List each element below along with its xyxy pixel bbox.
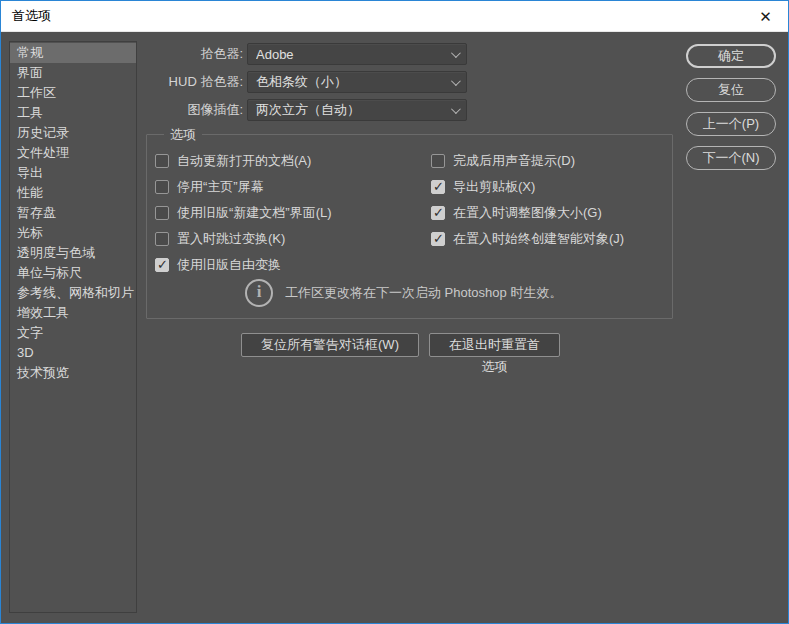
checkbox-auto-update-docs[interactable]: 自动更新打开的文档(A) (155, 152, 311, 170)
sidebar-item-type[interactable]: 文字 (10, 323, 136, 343)
sidebar-item-3d[interactable]: 3D (10, 343, 136, 363)
hud-color-picker-select[interactable]: 色相条纹（小） (247, 71, 467, 93)
chevron-down-icon (451, 104, 461, 114)
sidebar-item-units-rulers[interactable]: 单位与标尺 (10, 263, 136, 283)
image-interpolation-select[interactable]: 两次立方（自动） (247, 99, 467, 121)
sidebar-item-guides-grid-slices[interactable]: 参考线、网格和切片 (10, 283, 136, 303)
sidebar-item-transparency-gamut[interactable]: 透明度与色域 (10, 243, 136, 263)
color-picker-select[interactable]: Adobe (247, 43, 467, 65)
checkbox-icon[interactable] (431, 154, 445, 168)
sidebar-item-history[interactable]: 历史记录 (10, 123, 136, 143)
ok-button[interactable]: 确定 (686, 44, 776, 68)
close-icon[interactable]: ✕ (743, 1, 788, 32)
hud-color-picker-label: HUD 拾色器: (141, 73, 247, 91)
preferences-dialog: 首选项 ✕ 常规 界面 工作区 工具 历史记录 文件处理 导出 性能 暂存盘 光… (0, 0, 789, 624)
sidebar-item-plugins[interactable]: 增效工具 (10, 303, 136, 323)
checkbox-icon[interactable] (155, 154, 169, 168)
dialog-content: 常规 界面 工作区 工具 历史记录 文件处理 导出 性能 暂存盘 光标 透明度与… (1, 33, 788, 623)
options-group: 选项 自动更新打开的文档(A) 停用“主页”屏幕 使用旧版“新建文档”界面(L)… (146, 134, 673, 319)
sidebar-item-general[interactable]: 常规 (10, 43, 136, 63)
workspace-notice: 工作区更改将在下一次启动 Photoshop 时生效。 (245, 279, 562, 307)
color-picker-row: 拾色器: Adobe (141, 43, 467, 65)
hud-color-picker-row: HUD 拾色器: 色相条纹（小） (141, 71, 467, 93)
sidebar-item-tools[interactable]: 工具 (10, 103, 136, 123)
sidebar-item-file-handling[interactable]: 文件处理 (10, 143, 136, 163)
checkbox-icon[interactable] (431, 206, 445, 220)
reset-button[interactable]: 复位 (686, 78, 776, 102)
chevron-down-icon (451, 48, 461, 58)
sidebar-item-technology-previews[interactable]: 技术预览 (10, 363, 136, 383)
titlebar: 首选项 ✕ (1, 1, 788, 32)
sidebar-item-cursors[interactable]: 光标 (10, 223, 136, 243)
sidebar-item-export[interactable]: 导出 (10, 163, 136, 183)
sidebar-item-performance[interactable]: 性能 (10, 183, 136, 203)
checkbox-always-create-smart-objects[interactable]: 在置入时始终创建智能对象(J) (431, 230, 624, 248)
checkbox-resize-image-on-place[interactable]: 在置入时调整图像大小(G) (431, 204, 602, 222)
checkbox-skip-transform-on-place[interactable]: 置入时跳过变换(K) (155, 230, 285, 248)
checkbox-icon[interactable] (431, 180, 445, 194)
sidebar-item-interface[interactable]: 界面 (10, 63, 136, 83)
reset-preferences-on-quit-button[interactable]: 在退出时重置首选项 (429, 333, 560, 357)
prev-button[interactable]: 上一个(P) (686, 112, 776, 136)
checkbox-icon[interactable] (155, 232, 169, 246)
category-list: 常规 界面 工作区 工具 历史记录 文件处理 导出 性能 暂存盘 光标 透明度与… (9, 41, 137, 613)
sidebar-item-workspace[interactable]: 工作区 (10, 83, 136, 103)
checkbox-icon[interactable] (155, 206, 169, 220)
checkbox-icon[interactable] (431, 232, 445, 246)
checkbox-beep-when-done[interactable]: 完成后用声音提示(D) (431, 152, 575, 170)
checkbox-legacy-new-document[interactable]: 使用旧版“新建文档”界面(L) (155, 204, 332, 222)
sidebar-item-scratch-disks[interactable]: 暂存盘 (10, 203, 136, 223)
color-picker-value: Adobe (256, 47, 445, 62)
color-picker-label: 拾色器: (141, 45, 247, 63)
checkbox-icon[interactable] (155, 258, 169, 272)
checkbox-disable-home-screen[interactable]: 停用“主页”屏幕 (155, 178, 264, 196)
options-group-legend: 选项 (164, 126, 202, 144)
next-button[interactable]: 下一个(N) (686, 146, 776, 170)
image-interpolation-label: 图像插值: (141, 101, 247, 119)
checkbox-icon[interactable] (155, 180, 169, 194)
image-interpolation-value: 两次立方（自动） (256, 101, 445, 119)
hud-color-picker-value: 色相条纹（小） (256, 73, 445, 91)
image-interpolation-row: 图像插值: 两次立方（自动） (141, 99, 467, 121)
workspace-notice-text: 工作区更改将在下一次启动 Photoshop 时生效。 (285, 284, 562, 302)
dialog-title: 首选项 (1, 7, 51, 25)
info-icon (245, 279, 273, 307)
reset-all-warnings-button[interactable]: 复位所有警告对话框(W) (241, 333, 419, 357)
checkbox-export-clipboard[interactable]: 导出剪贴板(X) (431, 178, 535, 196)
checkbox-legacy-free-transform[interactable]: 使用旧版自由变换 (155, 256, 281, 274)
chevron-down-icon (451, 76, 461, 86)
